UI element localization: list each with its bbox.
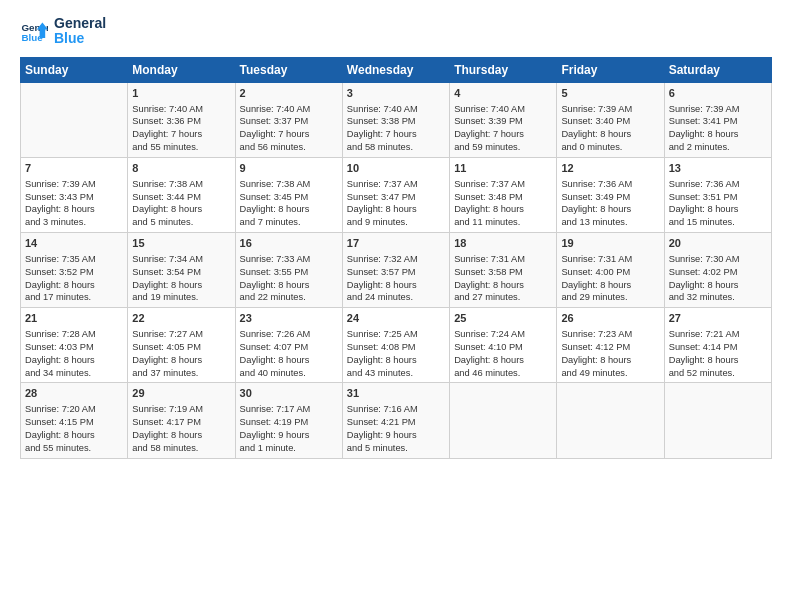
day-number: 12 — [561, 161, 659, 176]
cell-line: Daylight: 8 hours — [240, 354, 338, 367]
cell-line: Daylight: 8 hours — [669, 279, 767, 292]
cell-line: Sunset: 4:02 PM — [669, 266, 767, 279]
cell-line: Daylight: 8 hours — [669, 203, 767, 216]
col-header-thursday: Thursday — [450, 57, 557, 82]
cell-line: Daylight: 9 hours — [347, 429, 445, 442]
cell-line: and 52 minutes. — [669, 367, 767, 380]
day-number: 7 — [25, 161, 123, 176]
calendar-cell: 25Sunrise: 7:24 AMSunset: 4:10 PMDayligh… — [450, 308, 557, 383]
cell-line: Sunrise: 7:28 AM — [25, 328, 123, 341]
cell-line: Sunrise: 7:37 AM — [454, 178, 552, 191]
cell-line: Daylight: 7 hours — [454, 128, 552, 141]
cell-line: Daylight: 8 hours — [561, 354, 659, 367]
day-number: 28 — [25, 386, 123, 401]
calendar-cell: 10Sunrise: 7:37 AMSunset: 3:47 PMDayligh… — [342, 157, 449, 232]
cell-line: and 5 minutes. — [132, 216, 230, 229]
calendar-cell: 9Sunrise: 7:38 AMSunset: 3:45 PMDaylight… — [235, 157, 342, 232]
calendar-cell: 28Sunrise: 7:20 AMSunset: 4:15 PMDayligh… — [21, 383, 128, 458]
cell-line: Sunrise: 7:32 AM — [347, 253, 445, 266]
cell-line: and 17 minutes. — [25, 291, 123, 304]
cell-line: Sunset: 3:36 PM — [132, 115, 230, 128]
cell-line: Sunrise: 7:25 AM — [347, 328, 445, 341]
cell-line: Sunrise: 7:38 AM — [132, 178, 230, 191]
col-header-tuesday: Tuesday — [235, 57, 342, 82]
cell-line: Daylight: 8 hours — [240, 279, 338, 292]
cell-line: Daylight: 7 hours — [240, 128, 338, 141]
calendar-cell: 18Sunrise: 7:31 AMSunset: 3:58 PMDayligh… — [450, 233, 557, 308]
day-number: 21 — [25, 311, 123, 326]
day-number: 2 — [240, 86, 338, 101]
cell-line: Sunset: 3:58 PM — [454, 266, 552, 279]
cell-line: Sunset: 3:38 PM — [347, 115, 445, 128]
cell-line: Sunset: 3:43 PM — [25, 191, 123, 204]
day-number: 23 — [240, 311, 338, 326]
col-header-sunday: Sunday — [21, 57, 128, 82]
cell-line: Sunrise: 7:39 AM — [561, 103, 659, 116]
cell-line: Sunset: 4:03 PM — [25, 341, 123, 354]
cell-line: Daylight: 8 hours — [347, 354, 445, 367]
calendar-cell: 2Sunrise: 7:40 AMSunset: 3:37 PMDaylight… — [235, 82, 342, 157]
cell-line: Sunrise: 7:34 AM — [132, 253, 230, 266]
cell-line: Daylight: 8 hours — [25, 203, 123, 216]
day-number: 15 — [132, 236, 230, 251]
cell-line: and 29 minutes. — [561, 291, 659, 304]
col-header-monday: Monday — [128, 57, 235, 82]
calendar-cell: 14Sunrise: 7:35 AMSunset: 3:52 PMDayligh… — [21, 233, 128, 308]
cell-line: Sunrise: 7:40 AM — [454, 103, 552, 116]
col-header-saturday: Saturday — [664, 57, 771, 82]
col-header-wednesday: Wednesday — [342, 57, 449, 82]
day-number: 8 — [132, 161, 230, 176]
calendar-week-5: 28Sunrise: 7:20 AMSunset: 4:15 PMDayligh… — [21, 383, 772, 458]
calendar-cell: 26Sunrise: 7:23 AMSunset: 4:12 PMDayligh… — [557, 308, 664, 383]
calendar-cell: 20Sunrise: 7:30 AMSunset: 4:02 PMDayligh… — [664, 233, 771, 308]
cell-line: Sunrise: 7:24 AM — [454, 328, 552, 341]
cell-line: Sunset: 3:47 PM — [347, 191, 445, 204]
day-number: 3 — [347, 86, 445, 101]
calendar-cell: 27Sunrise: 7:21 AMSunset: 4:14 PMDayligh… — [664, 308, 771, 383]
cell-line: Daylight: 9 hours — [240, 429, 338, 442]
calendar-cell: 23Sunrise: 7:26 AMSunset: 4:07 PMDayligh… — [235, 308, 342, 383]
day-number: 18 — [454, 236, 552, 251]
cell-line: Sunrise: 7:30 AM — [669, 253, 767, 266]
cell-line: Daylight: 8 hours — [561, 279, 659, 292]
day-number: 31 — [347, 386, 445, 401]
calendar-cell: 6Sunrise: 7:39 AMSunset: 3:41 PMDaylight… — [664, 82, 771, 157]
calendar-week-4: 21Sunrise: 7:28 AMSunset: 4:03 PMDayligh… — [21, 308, 772, 383]
cell-line: Sunset: 4:17 PM — [132, 416, 230, 429]
cell-line: Daylight: 8 hours — [25, 354, 123, 367]
cell-line: Sunset: 3:45 PM — [240, 191, 338, 204]
cell-line: Sunset: 3:55 PM — [240, 266, 338, 279]
cell-line: Daylight: 7 hours — [347, 128, 445, 141]
day-number: 26 — [561, 311, 659, 326]
day-number: 30 — [240, 386, 338, 401]
day-number: 9 — [240, 161, 338, 176]
cell-line: and 59 minutes. — [454, 141, 552, 154]
cell-line: and 22 minutes. — [240, 291, 338, 304]
cell-line: Daylight: 8 hours — [132, 354, 230, 367]
day-number: 25 — [454, 311, 552, 326]
cell-line: Daylight: 8 hours — [132, 429, 230, 442]
cell-line: Sunrise: 7:19 AM — [132, 403, 230, 416]
calendar-cell: 12Sunrise: 7:36 AMSunset: 3:49 PMDayligh… — [557, 157, 664, 232]
day-number: 24 — [347, 311, 445, 326]
day-number: 20 — [669, 236, 767, 251]
cell-line: Sunrise: 7:40 AM — [240, 103, 338, 116]
cell-line: Sunrise: 7:31 AM — [454, 253, 552, 266]
cell-line: Sunrise: 7:36 AM — [561, 178, 659, 191]
calendar-cell — [664, 383, 771, 458]
cell-line: Sunrise: 7:35 AM — [25, 253, 123, 266]
cell-line: Sunset: 3:41 PM — [669, 115, 767, 128]
cell-line: and 46 minutes. — [454, 367, 552, 380]
cell-line: Daylight: 8 hours — [454, 279, 552, 292]
logo: General Blue General Blue — [20, 16, 106, 47]
cell-line: Sunset: 4:12 PM — [561, 341, 659, 354]
cell-line: Sunset: 3:52 PM — [25, 266, 123, 279]
cell-line: Daylight: 8 hours — [132, 203, 230, 216]
cell-line: Daylight: 8 hours — [25, 279, 123, 292]
day-number: 6 — [669, 86, 767, 101]
day-number: 16 — [240, 236, 338, 251]
cell-line: Daylight: 8 hours — [25, 429, 123, 442]
calendar-cell: 5Sunrise: 7:39 AMSunset: 3:40 PMDaylight… — [557, 82, 664, 157]
day-number: 5 — [561, 86, 659, 101]
page-header: General Blue General Blue — [20, 16, 772, 47]
